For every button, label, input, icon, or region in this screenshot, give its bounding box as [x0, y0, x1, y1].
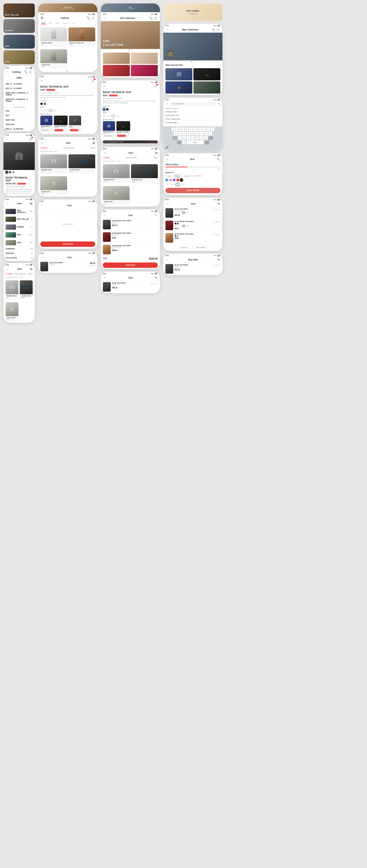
- back-btn[interactable]: ←: [103, 16, 106, 20]
- search-bar[interactable]: 🔍: [170, 102, 217, 105]
- key-shift[interactable]: ⇧: [173, 136, 177, 140]
- seasons-item[interactable]: SEASONS 93: [5, 251, 33, 256]
- recent-item-2[interactable]: BLUE SUNNY HAT ›: [165, 114, 220, 117]
- price-sort[interactable]: PRICE: [153, 157, 158, 159]
- size-s[interactable]: S: [175, 225, 177, 227]
- size-xl[interactable]: XL: [186, 212, 190, 214]
- quality-cotton[interactable]: Cotton: [165, 175, 173, 178]
- swatch-black[interactable]: [180, 179, 183, 181]
- man-suit-1[interactable]: 👔: [165, 68, 192, 81]
- lastest-sort[interactable]: LASTEST: [40, 147, 48, 149]
- size-l[interactable]: L: [182, 212, 185, 214]
- kids-category-item[interactable]: BABY GIRL | 3 MONTHS - 4 YEARS: [5, 91, 33, 97]
- filter-icon[interactable]: ⊟: [30, 267, 32, 271]
- man-person-1[interactable]: 🧔: [165, 82, 192, 94]
- edit-icon[interactable]: ✏️: [155, 214, 158, 216]
- size-m[interactable]: M: [45, 109, 48, 112]
- quality-leather[interactable]: LEATHER: [182, 175, 192, 178]
- shopping-button[interactable]: SHOPPING: [40, 242, 95, 247]
- filter-icon[interactable]: ⊟: [93, 141, 95, 145]
- qty-minus[interactable]: ‹: [213, 264, 215, 267]
- search-confirm-icon[interactable]: 🔍: [218, 103, 220, 105]
- key-K[interactable]: K: [204, 132, 208, 135]
- add-to-cart-btn[interactable]: ADD TO CART: [47, 89, 55, 91]
- man-item-2[interactable]: 🎩: [193, 82, 220, 94]
- search-icon[interactable]: 🔍: [211, 28, 215, 31]
- key-backspace[interactable]: ⌫: [208, 136, 213, 140]
- size-s[interactable]: S: [175, 212, 177, 214]
- bestseller-sort[interactable]: BEST SELLER: [64, 147, 74, 149]
- size-l[interactable]: L: [182, 225, 185, 227]
- back-btn[interactable]: ←: [6, 70, 9, 74]
- kids-acc-item[interactable]: GIRL: [5, 109, 33, 113]
- color-blue[interactable]: [175, 235, 176, 237]
- add-to-cart-btn[interactable]: ADD TO CART: [109, 95, 118, 96]
- key-emoji[interactable]: ☺: [182, 141, 186, 144]
- campaign-item[interactable]: CAMPAIGN 224: [5, 247, 33, 251]
- back-btn[interactable]: ←: [166, 202, 169, 206]
- canva-vest-card[interactable]: 👕 CANVA VEST $149: [103, 186, 130, 205]
- ok-button[interactable]: OK: [155, 277, 158, 279]
- qty-minus[interactable]: ‹: [213, 221, 215, 223]
- qty-plus[interactable]: +: [92, 264, 95, 267]
- match-shoes[interactable]: 👞 CLASSIC LEATHER... $99.00 ADD TO CART: [54, 116, 67, 132]
- size-xl[interactable]: XL: [116, 115, 120, 117]
- oxford-shirt-card[interactable]: OXFORD SHIRT $55: [40, 27, 67, 46]
- swatch-purple[interactable]: [173, 179, 175, 181]
- key-R[interactable]: R: [185, 127, 188, 131]
- modern-vest-card[interactable]: 👔 MODERN VEST $33: [103, 164, 130, 183]
- size-xl[interactable]: XL: [186, 225, 190, 227]
- color-gray[interactable]: [9, 171, 11, 174]
- classic-vest-card[interactable]: 🧥 CLASSIC VEST $155: [131, 164, 158, 183]
- girl-photo-3[interactable]: [103, 65, 130, 76]
- back-btn[interactable]: ←: [6, 267, 9, 271]
- key-J[interactable]: J: [200, 132, 203, 135]
- cart-icon[interactable]: 🛒: [217, 28, 220, 31]
- kids-category-item[interactable]: GIRL | 5 - 14 YEARS: [5, 82, 33, 86]
- cart-icon[interactable]: 🛒: [29, 70, 32, 73]
- back-btn[interactable]: ←: [103, 276, 106, 279]
- recent-item-4[interactable]: COTTON SHIRT ›: [165, 121, 220, 125]
- search-input[interactable]: [175, 103, 215, 105]
- lastest-sort[interactable]: LASTEST: [5, 273, 13, 275]
- match-add-btn[interactable]: ADD TO CART: [41, 129, 50, 131]
- match-btn[interactable]: ADD TO CART: [117, 135, 126, 137]
- women-item[interactable]: WOMEN 15: [5, 223, 33, 231]
- key-S[interactable]: S: [178, 132, 182, 135]
- tab-text[interactable]: TEXT: [70, 22, 76, 25]
- size-m[interactable]: M: [107, 115, 111, 117]
- size-s[interactable]: S: [103, 115, 106, 117]
- size-l[interactable]: L: [112, 115, 115, 117]
- match-add-btn[interactable]: ADD TO CART: [70, 129, 78, 131]
- product-card[interactable]: 👔 MODERN VEST $33: [5, 280, 19, 300]
- qty-plus[interactable]: ›: [218, 221, 220, 223]
- girl-photo-1[interactable]: [103, 53, 130, 64]
- color-black[interactable]: [175, 223, 176, 224]
- back-btn[interactable]: ←: [6, 202, 9, 205]
- cart-badge[interactable]: 🛒 1: [154, 85, 158, 88]
- canva-vest-card[interactable]: CANVA VEST $149: [40, 49, 67, 68]
- color-tan[interactable]: [177, 235, 179, 237]
- key-V[interactable]: V: [191, 136, 195, 140]
- qty-minus[interactable]: ‹: [213, 208, 215, 211]
- key-E[interactable]: E: [180, 127, 184, 131]
- size-m[interactable]: M: [178, 225, 181, 227]
- cotton-suit-card[interactable]: BASIC COTTON SUIT $185: [68, 27, 95, 46]
- mic-icon[interactable]: 🎤: [165, 146, 169, 149]
- quality-more[interactable]: VIEW MORE +: [193, 175, 203, 178]
- kids-category-item[interactable]: BOY | 5 - 14 YEARS: [5, 86, 33, 91]
- search-icon[interactable]: 🔍: [217, 157, 220, 161]
- key-Y[interactable]: Y: [193, 127, 197, 131]
- match-shoes[interactable]: 👞 CLASSIC LEATHER... $99.00 ADD TO CART: [116, 121, 130, 137]
- kids-category-item[interactable]: BABY BOY | 3 MONTHS - 4 YEARS: [5, 97, 33, 104]
- back-btn[interactable]: ←: [166, 258, 169, 261]
- view-all-link[interactable]: VIEW ALL (8): [148, 141, 157, 143]
- cart-badge[interactable]: 🛒 1: [29, 137, 32, 141]
- search-icon[interactable]: 🔍: [24, 70, 27, 73]
- bestseller-tile[interactable]: BEST SELLER: [3, 3, 35, 18]
- checkout-button[interactable]: CHECKOUT: [103, 262, 158, 268]
- man-tile[interactable]: MAN: [3, 35, 35, 49]
- collection-item[interactable]: COLLECTION 93: [5, 256, 33, 260]
- girl-photo-2[interactable]: [131, 53, 158, 64]
- back-btn[interactable]: ←: [6, 137, 9, 141]
